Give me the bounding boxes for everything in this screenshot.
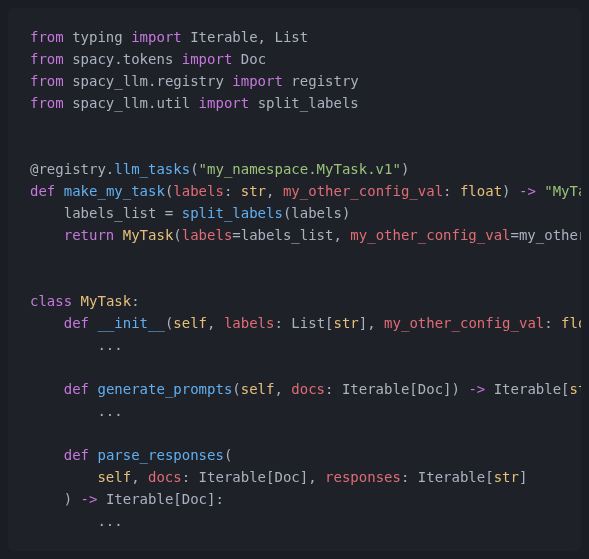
code-line: ... <box>30 513 123 529</box>
code-line: def generate_prompts(self, docs: Iterabl… <box>30 381 581 397</box>
code-line: self, docs: Iterable[Doc], responses: It… <box>30 469 527 485</box>
code-line: ) -> Iterable[Doc]: <box>30 491 224 507</box>
code-line: class MyTask: <box>30 293 140 309</box>
code-line: def __init__(self, labels: List[str], my… <box>30 315 581 331</box>
code-block: from typing import Iterable, List from s… <box>8 8 581 551</box>
code-line: from spacy_llm.util import split_labels <box>30 95 359 111</box>
code-line: def make_my_task(labels: str, my_other_c… <box>30 183 581 199</box>
code-line: ... <box>30 337 123 353</box>
code-line: from spacy_llm.registry import registry <box>30 73 359 89</box>
code-line: from typing import Iterable, List <box>30 29 308 45</box>
code-line: from spacy.tokens import Doc <box>30 51 266 67</box>
code-line: def parse_responses( <box>30 447 232 463</box>
code-line: labels_list = split_labels(labels) <box>30 205 350 221</box>
code-line: return MyTask(labels=labels_list, my_oth… <box>30 227 581 243</box>
code-line: @registry.llm_tasks("my_namespace.MyTask… <box>30 161 409 177</box>
code-line: ... <box>30 403 123 419</box>
